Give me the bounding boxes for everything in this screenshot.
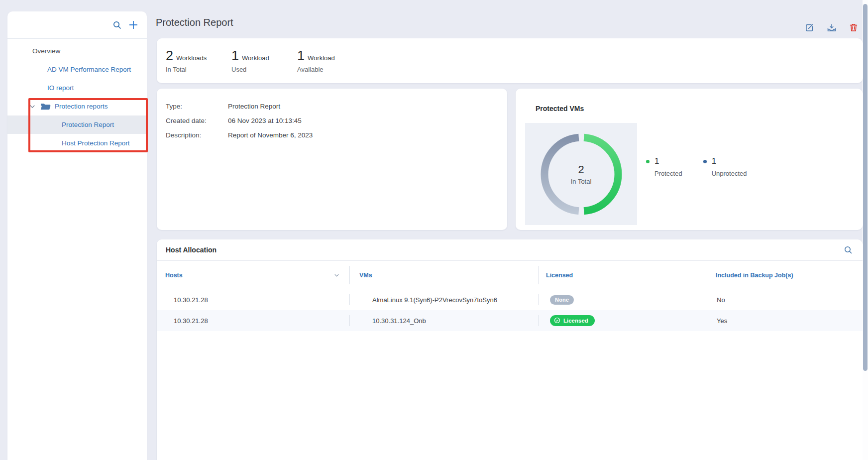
vm-value: 10.30.31.124_Onb [372,317,426,325]
cell-licensed: Licensed [539,310,708,331]
column-label: VMs [359,272,372,279]
sidebar-item-io-report[interactable]: IO report [7,79,147,97]
sidebar-item-label: Overview [32,47,60,55]
cell-vm: AlmaLinux 9.1(Syn6)-P2VrecovSyn7toSyn6 [350,289,539,310]
page-header: Protection Report [157,0,863,38]
table-header-row: Hosts VMs Licensed Included in Backup Jo… [157,261,863,289]
donut-total: 2 [551,163,611,176]
donut-center-label: 2 In Total [551,163,611,185]
host-value: 10.30.21.28 [174,296,208,304]
legend-label: Unprotected [712,170,747,177]
donut-total-label: In Total [551,178,611,185]
detail-value: 06 Nov 2023 at 10:13:45 [228,117,302,124]
scrollbar-thumb[interactable] [863,4,868,371]
donut-legend: 1 Protected 1 Unprotected [646,156,747,177]
export-icon[interactable] [827,23,837,32]
stat-value: 1 [231,48,239,64]
detail-label: Created date: [166,117,228,124]
table-row[interactable]: 10.30.21.28 10.30.31.124_Onb Licensed Ye… [157,310,863,331]
report-details-card: Type: Protection Report Created date: 06… [157,89,507,230]
legend-count: 1 [654,156,682,166]
page-title: Protection Report [156,17,233,28]
delete-icon[interactable] [849,23,858,32]
column-header-licensed[interactable]: Licensed [539,261,708,289]
column-label: Licensed [546,272,573,279]
legend-label: Protected [654,170,682,177]
detail-row-created-date: Created date: 06 Nov 2023 at 10:13:45 [166,117,498,124]
sidebar-item-label: Protection reports [55,103,108,110]
chevron-down-icon[interactable] [29,104,35,109]
column-header-vms[interactable]: VMs [350,261,539,289]
license-badge-none: None [550,295,574,305]
stat-total: 2 Workloads In Total [166,48,231,73]
stat-caption: Available [297,66,363,73]
detail-value: Report of November 6, 2023 [228,131,313,139]
legend-dot-protected [646,160,650,163]
check-circle-icon [554,317,560,324]
detail-label: Type: [166,103,228,110]
folder-open-icon [40,103,51,111]
sidebar-header [7,11,147,39]
sidebar-item-label: AD VM Performance Report [47,66,131,73]
legend-dot-unprotected [703,160,707,163]
stat-value: 1 [297,48,305,64]
cell-host: 10.30.21.28 [157,310,350,331]
host-allocation-header: Host Allocation [157,239,863,261]
legend-count: 1 [712,156,747,166]
stat-unit: Workload [308,54,335,62]
protected-vms-donut-chart: 2 In Total [525,123,637,225]
sidebar: Overview AD VM Performance Report IO rep… [7,11,147,460]
stat-unit: Workload [242,54,269,62]
report-tree: Overview AD VM Performance Report IO rep… [7,39,147,152]
legend-item-protected: 1 Protected [646,156,682,177]
cell-included: Yes [708,310,863,331]
stat-value: 2 [166,48,173,64]
header-actions [805,23,858,32]
license-badge-label: Licensed [563,318,588,324]
column-label: Hosts [165,272,183,279]
scrollbar-track[interactable] [863,0,868,460]
workloads-summary-card: 2 Workloads In Total 1 Workload Used 1 W… [157,38,863,83]
cell-vm: 10.30.31.124_Onb [350,310,539,331]
plus-icon[interactable] [128,20,138,30]
protected-vms-title: Protected VMs [536,105,584,113]
stat-available: 1 Workload Available [297,48,363,73]
included-value: No [717,296,725,304]
sidebar-item-overview[interactable]: Overview [7,42,147,60]
sidebar-item-protection-report[interactable]: Protection Report [7,115,147,134]
main-content: Protection Report [157,0,863,460]
legend-item-unprotected: 1 Unprotected [703,156,747,177]
license-badge-licensed: Licensed [550,315,595,326]
sidebar-item-label: Host Protection Report [62,139,130,147]
host-allocation-title: Host Allocation [166,246,217,254]
sidebar-item-ad-vm-performance-report[interactable]: AD VM Performance Report [7,60,147,79]
table-row[interactable]: 10.30.21.28 AlmaLinux 9.1(Syn6)-P2Vrecov… [157,289,863,310]
edit-icon[interactable] [805,23,814,32]
column-label: Included in Backup Job(s) [716,272,793,279]
detail-row-description: Description: Report of November 6, 2023 [166,131,498,139]
sidebar-folder-protection-reports[interactable]: Protection reports [7,97,147,115]
vm-value: AlmaLinux 9.1(Syn6)-P2VrecovSyn7toSyn6 [372,296,497,304]
column-header-included-in-backup-jobs[interactable]: Included in Backup Job(s) [708,261,863,289]
stat-unit: Workloads [176,54,207,62]
detail-value: Protection Report [228,103,280,110]
sidebar-item-label: Protection Report [62,121,114,128]
cell-host: 10.30.21.28 [157,289,350,310]
cell-included: No [708,289,863,310]
host-allocation-card: Host Allocation Hosts VMs Licensed [157,239,863,460]
sidebar-item-host-protection-report[interactable]: Host Protection Report [7,134,147,152]
detail-row-type: Type: Protection Report [166,103,498,110]
protected-vms-card: Protected VMs 2 In Total [516,89,863,230]
detail-label: Description: [166,131,228,139]
stat-caption: In Total [166,66,231,73]
table-search-icon[interactable] [844,245,853,255]
cell-licensed: None [539,289,708,310]
sidebar-item-label: IO report [47,84,74,92]
stat-used: 1 Workload Used [231,48,297,73]
included-value: Yes [717,317,727,325]
host-value: 10.30.21.28 [174,317,208,325]
sort-chevron-icon[interactable] [334,273,339,277]
stat-caption: Used [231,66,297,73]
column-header-hosts[interactable]: Hosts [157,261,350,289]
search-icon[interactable] [112,20,122,30]
